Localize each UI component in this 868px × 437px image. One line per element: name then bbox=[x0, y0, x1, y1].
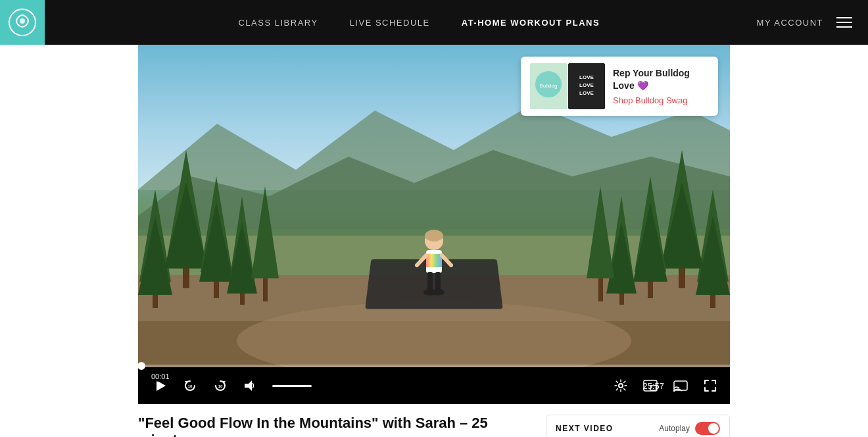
trees-left-svg bbox=[138, 58, 289, 334]
svg-rect-43 bbox=[435, 272, 441, 292]
svg-point-1 bbox=[20, 18, 25, 24]
svg-marker-24 bbox=[696, 216, 730, 295]
svg-text:LOVE: LOVE bbox=[579, 82, 594, 88]
video-controls: 00:01 10 10 bbox=[138, 367, 730, 404]
current-time-display: 00:01 bbox=[147, 371, 174, 382]
next-video-header: NEXT VIDEO Autoplay bbox=[546, 415, 729, 437]
video-area[interactable]: Bulldog LOVE LOVE LOVE bbox=[138, 45, 730, 367]
settings-button[interactable] bbox=[612, 376, 630, 395]
autoplay-row: Autoplay bbox=[659, 422, 720, 435]
fullscreen-button[interactable] bbox=[701, 376, 719, 395]
ad-title: Rep Your Bulldog Love 💜 bbox=[613, 67, 709, 91]
progress-bar-fill bbox=[138, 365, 141, 367]
video-info: "Feel Good Flow In the Mountains" with S… bbox=[138, 415, 526, 437]
autoplay-label: Autoplay bbox=[659, 424, 690, 433]
svg-point-45 bbox=[431, 289, 445, 296]
progress-dot bbox=[137, 362, 145, 370]
cast-button[interactable] bbox=[671, 377, 690, 394]
progress-bar-container[interactable] bbox=[138, 365, 730, 367]
ad-shop-link[interactable]: Shop Bulldog Swag bbox=[613, 95, 709, 105]
volume-slider[interactable] bbox=[272, 385, 312, 387]
rewind-button[interactable]: 10 bbox=[180, 376, 200, 396]
hamburger-menu[interactable] bbox=[836, 17, 852, 28]
total-time-display: 25:57 bbox=[642, 381, 664, 391]
svg-text:10: 10 bbox=[188, 384, 193, 388]
svg-text:Bulldog: Bulldog bbox=[540, 83, 558, 89]
nav-workout-plans[interactable]: AT-HOME WORKOUT PLANS bbox=[462, 18, 600, 28]
main-nav: CLASS LIBRARY LIVE SCHEDULE AT-HOME WORK… bbox=[82, 18, 757, 28]
ad-overlay[interactable]: Bulldog LOVE LOVE LOVE bbox=[521, 57, 718, 116]
svg-marker-35 bbox=[587, 186, 614, 278]
svg-marker-16 bbox=[199, 203, 233, 282]
svg-marker-21 bbox=[251, 186, 279, 278]
svg-rect-39 bbox=[426, 254, 442, 267]
header-right: MY ACCOUNT bbox=[757, 17, 852, 28]
svg-marker-53 bbox=[157, 380, 166, 391]
svg-text:10: 10 bbox=[218, 384, 223, 388]
volume-button[interactable] bbox=[241, 376, 259, 395]
svg-point-59 bbox=[619, 384, 623, 388]
video-title: "Feel Good Flow In the Mountains" with S… bbox=[138, 415, 526, 437]
svg-text:LOVE: LOVE bbox=[579, 90, 594, 96]
svg-marker-58 bbox=[245, 380, 252, 391]
toggle-knob bbox=[708, 423, 719, 434]
video-player-wrapper: Bulldog LOVE LOVE LOVE bbox=[138, 45, 730, 404]
svg-text:LOVE: LOVE bbox=[579, 74, 594, 80]
below-video: "Feel Good Flow In the Mountains" with S… bbox=[138, 404, 730, 437]
svg-marker-30 bbox=[633, 203, 667, 282]
main-content: Bulldog LOVE LOVE LOVE bbox=[0, 45, 868, 437]
my-account-link[interactable]: MY ACCOUNT bbox=[757, 18, 823, 28]
video-scene: Bulldog LOVE LOVE LOVE bbox=[138, 45, 730, 367]
nav-live-schedule[interactable]: LIVE SCHEDULE bbox=[350, 18, 430, 28]
svg-marker-13 bbox=[164, 183, 208, 269]
svg-rect-42 bbox=[427, 272, 433, 292]
logo[interactable] bbox=[0, 0, 45, 45]
svg-line-41 bbox=[442, 255, 451, 265]
ad-text: Rep Your Bulldog Love 💜 Shop Bulldog Swa… bbox=[613, 67, 709, 105]
person-figure bbox=[408, 229, 460, 315]
svg-point-37 bbox=[425, 230, 443, 242]
ad-images: Bulldog LOVE LOVE LOVE bbox=[530, 63, 605, 109]
autoplay-toggle[interactable] bbox=[695, 422, 720, 435]
svg-marker-27 bbox=[660, 183, 704, 269]
svg-line-40 bbox=[417, 255, 426, 265]
svg-rect-34 bbox=[598, 275, 603, 301]
header: CLASS LIBRARY LIVE SCHEDULE AT-HOME WORK… bbox=[0, 0, 868, 45]
next-video-panel: NEXT VIDEO Autoplay bbox=[546, 415, 730, 437]
next-video-label: NEXT VIDEO bbox=[556, 424, 614, 433]
ad-image-2: LOVE LOVE LOVE bbox=[568, 63, 605, 109]
nav-class-library[interactable]: CLASS LIBRARY bbox=[238, 18, 318, 28]
forward-button[interactable]: 10 bbox=[210, 376, 230, 396]
controls-right bbox=[612, 376, 719, 395]
svg-marker-19 bbox=[227, 222, 257, 294]
svg-marker-10 bbox=[138, 216, 172, 295]
ad-image-1: Bulldog bbox=[530, 63, 567, 109]
svg-rect-20 bbox=[263, 275, 268, 301]
